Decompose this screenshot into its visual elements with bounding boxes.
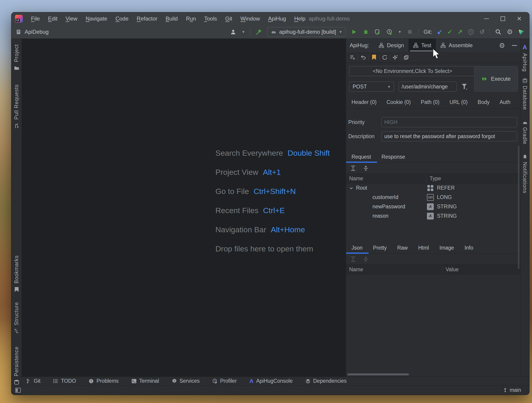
menu-item[interactable]: Navigate [82, 14, 111, 23]
search-icon[interactable] [495, 28, 502, 36]
column-name[interactable]: Name [346, 174, 426, 183]
request-response-tab[interactable]: Response [381, 151, 405, 163]
column-value[interactable]: Value [442, 265, 520, 274]
sidebar-item-bookmarks[interactable]: Bookmarks [11, 255, 22, 292]
response-view-tab[interactable]: Html [418, 242, 429, 253]
menu-item[interactable]: Refactor [133, 14, 161, 23]
copy-icon[interactable] [401, 54, 412, 61]
environment-select-button[interactable]: <No Environment,Click To Select> [349, 66, 476, 76]
column-type[interactable]: Type [426, 174, 514, 183]
bookmark-icon[interactable] [369, 54, 379, 61]
response-view-tab[interactable]: Raw [397, 242, 408, 253]
git-push-icon[interactable]: ↗ [457, 28, 463, 36]
toolwindow-profiler[interactable]: Profiler [212, 378, 237, 384]
shortcut-keys[interactable]: Double Shift [288, 149, 330, 157]
apihug-tab[interactable]: Test [408, 39, 436, 52]
horizontal-scrollbar[interactable] [347, 373, 409, 375]
close-button[interactable]: ✕ [511, 12, 527, 25]
toolwindow-services[interactable]: Services [172, 378, 200, 384]
git-commit-check-icon[interactable]: ✓ [447, 28, 452, 36]
param-tab[interactable]: Cookie (0) [386, 99, 411, 105]
build-hammer-icon[interactable] [255, 28, 262, 36]
response-view-tab[interactable]: Json [351, 242, 363, 253]
menu-item[interactable]: Run [183, 14, 199, 23]
vertical-scrollbar[interactable] [518, 146, 519, 269]
menu-item[interactable]: Window [237, 14, 263, 23]
sidebar-item-apihug[interactable]: A ApiHug [520, 44, 529, 72]
database-icon [522, 78, 527, 83]
user-dropdown-caret-icon[interactable]: ▼ [242, 30, 245, 34]
menu-item[interactable]: ApiHug [265, 14, 289, 23]
toolwindow-terminal[interactable]: Terminal [132, 378, 159, 384]
apihug-tab[interactable]: Assemble [436, 39, 477, 52]
settings-gear-icon[interactable]: ⚙ [507, 28, 513, 36]
response-view-tab[interactable]: Pretty [373, 242, 387, 253]
execute-button[interactable]: Execute [474, 66, 518, 92]
shortcut-keys[interactable]: Alt+1 [263, 168, 281, 177]
maximize-button[interactable] [495, 12, 511, 25]
description-input[interactable] [381, 131, 517, 141]
response-view-tab[interactable]: Info [464, 242, 473, 253]
undo-icon[interactable] [358, 54, 368, 61]
sidebar-item-gradle[interactable]: Gradle [520, 120, 529, 144]
table-row[interactable]: newPassword STRING [346, 202, 520, 211]
add-request-icon[interactable] [347, 54, 358, 61]
column-name[interactable]: Name [346, 265, 442, 274]
request-response-tab[interactable]: Request [351, 151, 371, 163]
priority-input[interactable] [381, 117, 517, 127]
run-with-coverage-button[interactable] [374, 28, 381, 36]
minimize-button[interactable] [478, 12, 495, 25]
param-tab[interactable]: Auth [500, 99, 510, 105]
param-tab[interactable]: Body [478, 99, 490, 105]
panel-minimize-icon[interactable] [512, 45, 517, 46]
chevron-down-icon[interactable] [349, 186, 354, 190]
sidebar-item-project[interactable]: Project [11, 44, 22, 70]
menu-item[interactable]: Git [222, 14, 235, 23]
table-row[interactable]: customerId LONG [346, 193, 520, 202]
layout-toggle-icon[interactable] [15, 386, 21, 394]
apihug-tab[interactable]: Design [374, 39, 408, 52]
param-tab[interactable]: URL (0) [450, 99, 468, 105]
git-update-icon[interactable]: ↙ [437, 28, 443, 36]
profiler-button[interactable] [386, 28, 393, 36]
toolwindow-apihugconsole[interactable]: A ApiHugConsole [250, 378, 293, 384]
git-branch-widget[interactable]: main [503, 387, 521, 393]
refresh-icon[interactable] [380, 54, 390, 61]
sidebar-item-persistence[interactable]: Persistence [11, 346, 22, 385]
menu-item[interactable]: Tools [201, 14, 220, 23]
filter-funnel-icon[interactable] [461, 83, 468, 90]
menu-item[interactable]: File [28, 14, 43, 23]
menu-item[interactable]: View [63, 14, 81, 23]
response-view-tab[interactable]: Image [439, 242, 454, 253]
sidebar-item-notifications[interactable]: Notifications [520, 154, 529, 193]
toolwindow-git[interactable]: Git [26, 378, 40, 384]
run-configuration-select[interactable]: apihug-full-demo [build] ▼ [267, 27, 346, 37]
shortcut-keys[interactable]: Ctrl+Shift+N [253, 187, 296, 196]
shortcut-keys[interactable]: Alt+Home [271, 225, 305, 234]
sidebar-item-database[interactable]: Database [520, 78, 529, 110]
profiler-caret-icon[interactable]: ▼ [398, 30, 401, 34]
param-tab[interactable]: Header (0) [351, 99, 377, 105]
menu-item[interactable]: Code [112, 14, 132, 23]
menu-item[interactable]: Edit [45, 14, 61, 23]
toolwindow-todo[interactable]: TODO [53, 378, 76, 384]
sidebar-item-structure[interactable]: Structure [11, 302, 22, 334]
sidebar-item-pull-requests[interactable]: Pull Requests [11, 84, 22, 128]
collapse-all-icon[interactable] [362, 164, 369, 172]
run-button[interactable] [351, 28, 357, 36]
toolwindow-dependencies[interactable]: Dependencies [305, 378, 347, 384]
table-row[interactable]: Root REFER [346, 183, 520, 193]
http-method-select[interactable]: POST ▼ [349, 82, 394, 92]
menu-item[interactable]: Build [163, 14, 181, 23]
panel-settings-gear-icon[interactable]: ⚙ [499, 42, 505, 50]
table-row[interactable]: reason STRING [346, 211, 520, 221]
param-tab[interactable]: Path (0) [421, 99, 439, 105]
menu-item[interactable]: Help [291, 14, 309, 23]
user-account-icon[interactable] [230, 28, 237, 36]
ai-sparkle-icon[interactable] [390, 54, 401, 61]
expand-all-icon[interactable] [350, 164, 356, 172]
debug-button[interactable] [362, 28, 369, 36]
shortcut-keys[interactable]: Ctrl+E [263, 206, 285, 215]
toolwindow-problems[interactable]: Problems [89, 378, 119, 384]
request-url-input[interactable] [399, 82, 457, 92]
